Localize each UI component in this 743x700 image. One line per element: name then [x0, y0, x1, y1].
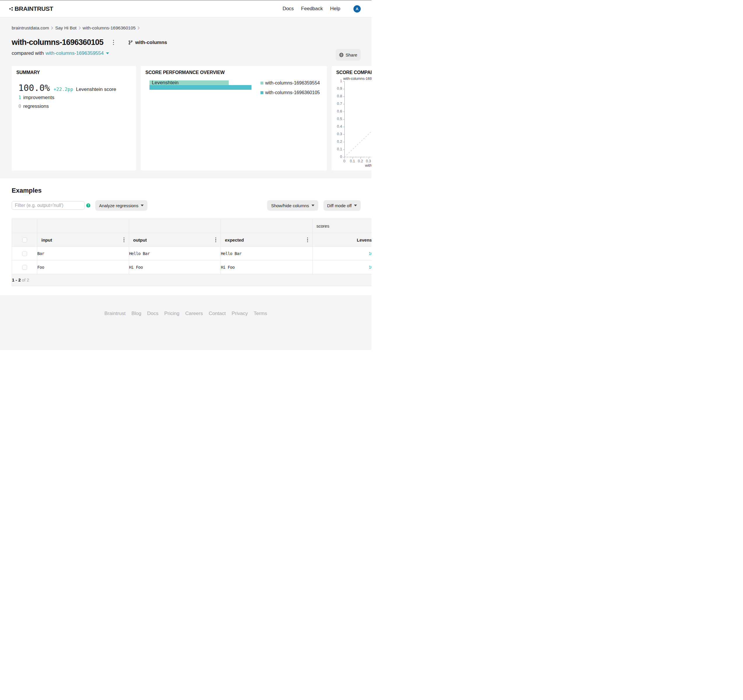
- nav-link-feedback[interactable]: Feedback: [301, 6, 323, 12]
- score-comparison-card: SCORE COMPARISON with-columns-1696360105…: [332, 66, 372, 170]
- breadcrumb-item-3[interactable]: with-columns-1696360105: [83, 25, 136, 31]
- x-tick-mark: [344, 157, 345, 159]
- column-header-score[interactable]: Levenshtein: [313, 233, 372, 247]
- table-row[interactable]: BarHello BarHello Bar100.0%: [12, 247, 372, 260]
- y-tick-mark: [343, 127, 344, 127]
- footer-link-contact[interactable]: Contact: [209, 311, 226, 317]
- legend-swatch-icon: [260, 91, 263, 94]
- cell-score[interactable]: 100.0%: [313, 247, 372, 260]
- analyze-regressions-button[interactable]: Analyze regressions: [95, 200, 147, 211]
- nav-link-help[interactable]: Help: [330, 6, 340, 12]
- y-tick-label: 0.3: [332, 132, 342, 136]
- performance-bar-chart: Levenshtein: [149, 80, 252, 90]
- row-checkbox[interactable]: [22, 265, 27, 270]
- y-tick-label: 0: [332, 155, 342, 159]
- y-tick-mark: [343, 89, 344, 89]
- y-tick-mark: [343, 119, 344, 120]
- avatar[interactable]: A: [354, 5, 361, 13]
- breadcrumb: braintrustdata.comSay Hi Botwith-columns…: [12, 18, 360, 31]
- x-tick-mark: [369, 157, 369, 159]
- legend-label: with-columns-1696359554: [265, 80, 320, 86]
- breadcrumb-item-1[interactable]: braintrustdata.com: [12, 25, 49, 31]
- breadcrumb-item-2[interactable]: Say Hi Bot: [55, 25, 76, 31]
- cell-input[interactable]: Foo: [37, 260, 129, 274]
- cell-output[interactable]: Hi Foo: [129, 260, 221, 274]
- cell-score[interactable]: 100.0%: [313, 260, 372, 274]
- show-hide-columns-label: Show/hide columns: [271, 203, 309, 208]
- braintrust-logo-text: BRAINTRUST: [15, 5, 53, 12]
- branch-tag[interactable]: with-columns: [128, 40, 167, 46]
- filter-input[interactable]: [12, 201, 84, 210]
- examples-table: scoresinputoutputexpectedLevenshteinBarH…: [12, 219, 372, 286]
- cell-input[interactable]: Bar: [37, 247, 129, 260]
- footer-link-braintrust[interactable]: Braintrust: [104, 311, 126, 317]
- scores-group-label: scores: [313, 219, 372, 233]
- globe-icon: [339, 53, 343, 57]
- y-tick-label: 0.8: [332, 94, 342, 98]
- braintrust-logo[interactable]: BRAINTRUST: [9, 5, 53, 12]
- footer-link-careers[interactable]: Careers: [185, 311, 203, 317]
- examples-section: Examples ? Analyze regressions Show/hide…: [0, 178, 372, 295]
- column-menu-icon[interactable]: [123, 237, 125, 243]
- row-checkbox[interactable]: [22, 251, 27, 256]
- breadcrumb-separator-icon: [51, 26, 53, 30]
- select-all-checkbox[interactable]: [22, 238, 27, 243]
- summary-score-label: Levenshtein score: [76, 87, 116, 92]
- y-tick-mark: [343, 149, 344, 150]
- x-tick-mark: [360, 157, 361, 159]
- compared-experiment-link[interactable]: with-columns-1696359554: [46, 50, 104, 56]
- nav-link-docs[interactable]: Docs: [283, 6, 294, 12]
- legend-item: with-columns-1696360105: [260, 90, 320, 96]
- table-group-header-row: scores: [12, 219, 372, 233]
- compared-dropdown-caret-icon[interactable]: [106, 52, 109, 54]
- analyze-regressions-label: Analyze regressions: [99, 203, 138, 208]
- footer-link-blog[interactable]: Blog: [132, 311, 141, 317]
- page-footer: BraintrustBlogDocsPricingCareersContactP…: [0, 295, 372, 350]
- legend-label: with-columns-1696360105: [265, 90, 320, 95]
- summary-card-heading: SUMMARY: [12, 66, 136, 75]
- cell-expected[interactable]: Hi Foo: [221, 260, 313, 274]
- pagination-range: 1 - 2: [12, 277, 21, 283]
- footer-link-docs[interactable]: Docs: [147, 311, 158, 317]
- score-performance-card: SCORE PERFORMANCE OVERVIEW Levenshtein w…: [141, 66, 327, 170]
- table-row[interactable]: FooHi FooHi Foo100.0%: [12, 260, 372, 274]
- filter-help-icon[interactable]: ?: [86, 203, 90, 207]
- table-pagination-row: 1 - 2of 2: [12, 274, 372, 286]
- footer-links: BraintrustBlogDocsPricingCareersContactP…: [0, 295, 372, 317]
- x-tick-label: 0.1: [348, 159, 357, 163]
- footer-link-privacy[interactable]: Privacy: [232, 311, 248, 317]
- share-button[interactable]: Share: [336, 49, 361, 61]
- show-hide-columns-button[interactable]: Show/hide columns: [267, 200, 318, 211]
- improvements-count: 1: [18, 95, 21, 100]
- cell-expected[interactable]: Hello Bar: [221, 247, 313, 260]
- title-menu-button[interactable]: [110, 38, 117, 47]
- column-header-output[interactable]: output: [133, 238, 147, 243]
- compared-with-label: compared with: [12, 50, 44, 56]
- y-tick-label: 0.2: [332, 140, 342, 144]
- summary-score-line: 100.0% +22.2pp Levenshtein score: [18, 83, 132, 93]
- page-title: with-columns-1696360105: [12, 38, 104, 47]
- chevron-down-icon: [311, 204, 314, 206]
- examples-controls-row: ? Analyze regressions Show/hide columns …: [12, 200, 361, 211]
- y-tick-mark: [343, 134, 344, 135]
- kebab-icon: [112, 39, 115, 46]
- diff-mode-button[interactable]: Diff mode off: [323, 200, 361, 211]
- diff-mode-label: Diff mode off: [327, 203, 352, 208]
- footer-link-pricing[interactable]: Pricing: [164, 311, 179, 317]
- legend-item: with-columns-1696359554: [260, 80, 320, 86]
- column-header-expected[interactable]: expected: [225, 238, 244, 243]
- improvements-line: 1 improvements: [18, 95, 132, 101]
- column-menu-icon[interactable]: [215, 237, 217, 243]
- group-cell-empty: [12, 219, 37, 233]
- y-tick-mark: [343, 104, 344, 104]
- column-menu-icon[interactable]: [306, 237, 309, 243]
- cell-output[interactable]: Hello Bar: [129, 247, 221, 260]
- compared-with-row: compared with with-columns-1696359554: [12, 50, 360, 56]
- y-tick-label: 0.4: [332, 124, 342, 129]
- comparison-diagonal-reference-line: [344, 81, 372, 157]
- column-header-input[interactable]: input: [41, 238, 52, 243]
- y-tick-label: 0.6: [332, 109, 342, 113]
- y-tick-label: 0.1: [332, 147, 342, 151]
- footer-link-terms[interactable]: Terms: [254, 311, 267, 317]
- improvements-label: improvements: [23, 95, 55, 101]
